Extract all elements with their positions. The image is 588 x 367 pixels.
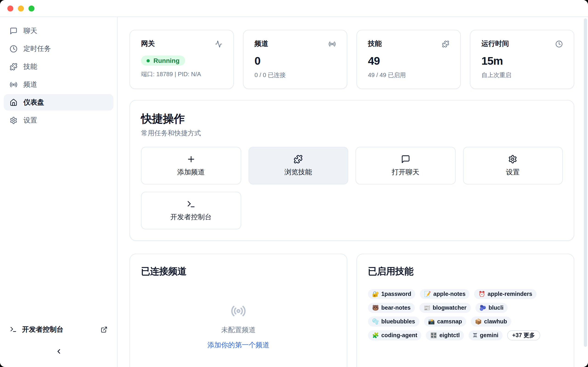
skill-pill: 🎛️eightctl <box>426 330 464 340</box>
sidebar-item-label: 聊天 <box>23 26 37 35</box>
sidebar-item-label: 频道 <box>23 80 37 89</box>
skill-pill: 🧩coding-agent <box>368 330 422 340</box>
sidebar-collapse-button[interactable] <box>4 343 113 360</box>
app-window: 聊天 定时任务 技能 <box>0 0 588 367</box>
sidebar-item-label: 定时任务 <box>23 44 51 53</box>
stat-sub: 端口: 18789 | PID: N/A <box>141 70 222 78</box>
sidebar-item-label: 技能 <box>23 62 37 71</box>
message-square-icon <box>401 155 410 164</box>
sidebar-item-label: 设置 <box>23 116 37 125</box>
stats-row: 网关 Running 端口: 18789 | PID: N/A <box>130 30 574 89</box>
quick-action-dev-console[interactable]: 开发者控制台 <box>141 192 241 229</box>
blueberries-icon: 🫐 <box>479 304 486 311</box>
puzzle-piece-icon: 🧩 <box>372 332 379 339</box>
sidebar: 聊天 定时任务 技能 <box>0 17 118 367</box>
lock-with-key-icon: 🔐 <box>372 290 379 298</box>
gemini-icon: ♊ <box>473 332 478 339</box>
sidebar-item-scheduled-tasks[interactable]: 定时任务 <box>4 40 113 57</box>
quick-action-add-channel[interactable]: 添加频道 <box>141 147 241 184</box>
stat-value: 15m <box>481 55 563 68</box>
status-dot-icon <box>147 59 150 62</box>
newspaper-icon: 📰 <box>424 304 431 311</box>
titlebar <box>0 0 588 17</box>
connected-channels-card: 已连接频道 未配置频道 添加你的第一个频道 <box>130 254 347 367</box>
enabled-skills-title: 已启用技能 <box>368 265 563 277</box>
skill-pill: 🐻bear-notes <box>368 303 415 313</box>
message-square-icon <box>10 27 17 35</box>
bottom-row: 已连接频道 未配置频道 添加你的第一个频道 已启用技能 🔐1passwo <box>130 254 574 367</box>
clock-icon <box>10 45 17 52</box>
home-icon <box>10 98 17 106</box>
quick-actions-card: 快捷操作 常用任务和快捷方式 添加频道 <box>130 100 574 241</box>
quick-actions-grid: 添加频道 浏览技能 打开聊天 <box>141 147 563 229</box>
quick-actions-title: 快捷操作 <box>141 111 563 126</box>
quick-action-label: 浏览技能 <box>285 168 312 177</box>
gear-icon <box>508 155 518 164</box>
minimize-button[interactable] <box>18 5 24 11</box>
radio-icon <box>329 40 336 48</box>
quick-action-label: 添加频道 <box>177 168 205 177</box>
stat-sub: 0 / 0 已连接 <box>254 71 336 79</box>
bear-icon: 🐻 <box>372 304 379 311</box>
quick-action-settings[interactable]: 设置 <box>463 147 563 184</box>
bubbles-icon: 🫧 <box>372 318 379 325</box>
status-badge: Running <box>141 56 185 66</box>
skill-pill: 📦clawhub <box>471 317 511 327</box>
stat-card-gateway: 网关 Running 端口: 18789 | PID: N/A <box>130 30 234 89</box>
stat-title: 网关 <box>141 40 155 48</box>
stat-title: 技能 <box>368 40 382 48</box>
alarm-clock-icon: ⏰ <box>478 290 485 298</box>
clock-icon <box>555 40 563 48</box>
sidebar-item-channels[interactable]: 频道 <box>4 76 113 93</box>
skill-pill: 🫐blucli <box>475 303 508 313</box>
radio-icon <box>231 303 246 319</box>
terminal-icon <box>187 200 196 209</box>
puzzle-icon <box>10 63 17 70</box>
quick-action-label: 开发者控制台 <box>170 213 212 222</box>
add-first-channel-link[interactable]: 添加你的第一个频道 <box>208 341 269 350</box>
camera-flash-icon: 📸 <box>428 318 435 325</box>
sidebar-item-settings[interactable]: 设置 <box>4 112 113 128</box>
sidebar-item-chat[interactable]: 聊天 <box>4 23 113 39</box>
enabled-skills-card: 已启用技能 🔐1password 📝apple-notes ⏰apple-rem… <box>356 254 574 367</box>
close-button[interactable] <box>7 5 13 11</box>
quick-action-label: 打开聊天 <box>392 168 419 177</box>
stat-value: 49 <box>368 55 449 68</box>
radio-icon <box>10 81 17 88</box>
skill-pill: 📰blogwatcher <box>419 303 471 313</box>
plus-icon <box>187 155 196 164</box>
window-controls <box>7 5 35 11</box>
skill-pill: ⏰apple-reminders <box>474 289 536 299</box>
stat-title: 频道 <box>254 40 268 48</box>
empty-state-text: 未配置频道 <box>221 326 256 334</box>
dashboard-main: 网关 Running 端口: 18789 | PID: N/A <box>118 17 588 367</box>
stat-sub: 自上次重启 <box>481 71 563 79</box>
skill-pill: 🫧bluebubbles <box>368 317 419 327</box>
skills-pill-list: 🔐1password 📝apple-notes ⏰apple-reminders… <box>368 289 563 340</box>
terminal-icon <box>10 326 17 333</box>
sidebar-item-skills[interactable]: 技能 <box>4 58 113 75</box>
stat-title: 运行时间 <box>481 40 509 48</box>
external-link-icon[interactable] <box>101 326 107 333</box>
chevron-left-icon <box>55 348 62 355</box>
puzzle-icon <box>442 40 449 48</box>
control-knobs-icon: 🎛️ <box>430 332 437 339</box>
sidebar-item-dashboard[interactable]: 仪表盘 <box>4 94 113 110</box>
puzzle-icon <box>294 155 303 164</box>
maximize-button[interactable] <box>28 5 35 11</box>
quick-action-browse-skills[interactable]: 浏览技能 <box>248 147 348 184</box>
status-badge-label: Running <box>153 57 180 64</box>
sidebar-dev-console[interactable]: 开发者控制台 <box>4 321 113 338</box>
quick-action-open-chat[interactable]: 打开聊天 <box>355 147 456 184</box>
vertical-scrollbar[interactable] <box>584 18 587 347</box>
more-skills-button[interactable]: +37 更多 <box>507 330 540 340</box>
quick-action-label: 设置 <box>506 168 520 177</box>
dev-console-label: 开发者控制台 <box>22 325 63 334</box>
stat-card-uptime: 运行时间 15m 自上次重启 <box>470 30 574 89</box>
stat-card-skills: 技能 49 49 / 49 已启用 <box>356 30 461 89</box>
stat-sub: 49 / 49 已启用 <box>368 71 449 79</box>
skill-pill: 📝apple-notes <box>420 289 470 299</box>
skill-pill: 🔐1password <box>368 289 415 299</box>
skill-pill: ♊gemini <box>468 330 502 340</box>
channels-empty-state: 未配置频道 添加你的第一个频道 <box>141 303 336 350</box>
